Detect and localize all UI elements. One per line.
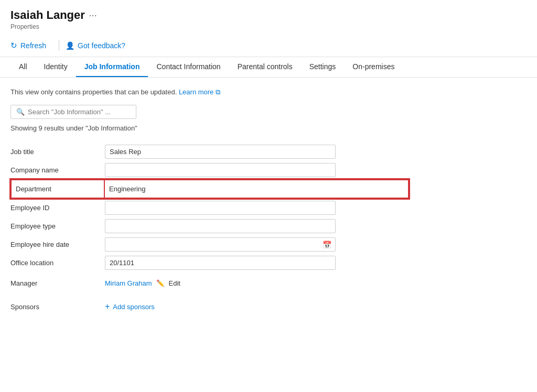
search-icon: 🔍 bbox=[16, 108, 25, 116]
sponsors-row: Sponsors + Add sponsors bbox=[10, 295, 409, 319]
page-subtitle: Properties bbox=[10, 23, 527, 30]
search-input[interactable] bbox=[28, 108, 131, 116]
tab-all[interactable]: All bbox=[10, 57, 36, 77]
manager-value: Miriam Graham ✏️ Edit bbox=[105, 274, 409, 292]
department-label: Department bbox=[10, 179, 105, 199]
form-grid: Job title Company name Department Employ… bbox=[10, 143, 409, 319]
refresh-icon: ↻ bbox=[10, 41, 17, 50]
tab-settings[interactable]: Settings bbox=[301, 57, 345, 77]
employee-hire-date-label: Employee hire date bbox=[10, 235, 105, 254]
refresh-label: Refresh bbox=[20, 41, 46, 50]
job-title-label: Job title bbox=[10, 143, 105, 161]
employee-type-input[interactable] bbox=[105, 219, 336, 233]
feedback-label: Got feedback? bbox=[78, 41, 125, 50]
sponsors-label: Sponsors bbox=[10, 295, 105, 319]
job-title-input[interactable] bbox=[105, 145, 336, 159]
plus-icon: + bbox=[105, 302, 110, 311]
manager-field: Miriam Graham ✏️ Edit bbox=[105, 272, 409, 295]
company-name-row: Company name bbox=[10, 161, 409, 179]
employee-type-field bbox=[105, 217, 409, 235]
page-header: Isaiah Langer ··· Properties bbox=[0, 0, 537, 35]
main-content: This view only contains properties that … bbox=[0, 78, 537, 329]
edit-pencil-icon[interactable]: ✏️ bbox=[156, 279, 165, 287]
employee-hire-date-row: Employee hire date 📅 bbox=[10, 235, 409, 254]
tab-parental-controls[interactable]: Parental controls bbox=[229, 57, 301, 77]
employee-id-input[interactable] bbox=[105, 201, 336, 215]
toolbar: ↻ Refresh 👤 Got feedback? bbox=[0, 35, 537, 57]
results-count: Showing 9 results under "Job Information… bbox=[10, 124, 527, 132]
info-text: This view only contains properties that … bbox=[10, 88, 177, 96]
learn-more-link[interactable]: Learn more ⧉ bbox=[179, 88, 220, 96]
edit-manager-link[interactable]: Edit bbox=[169, 279, 180, 287]
search-box[interactable]: 🔍 bbox=[10, 105, 136, 119]
external-link-icon: ⧉ bbox=[216, 88, 220, 96]
tab-identity[interactable]: Identity bbox=[36, 57, 76, 77]
office-location-label: Office location bbox=[10, 254, 105, 272]
manager-row: Manager Miriam Graham ✏️ Edit bbox=[10, 272, 409, 295]
department-field bbox=[105, 179, 409, 199]
employee-hire-date-input[interactable] bbox=[105, 237, 336, 252]
page-title: Isaiah Langer bbox=[10, 8, 85, 22]
add-sponsors-button[interactable]: + Add sponsors bbox=[105, 297, 409, 317]
tab-job-information[interactable]: Job Information bbox=[76, 57, 148, 77]
tab-contact-information[interactable]: Contact Information bbox=[148, 57, 229, 77]
more-options-icon[interactable]: ··· bbox=[89, 10, 97, 21]
manager-name[interactable]: Miriam Graham bbox=[105, 279, 152, 287]
employee-id-label: Employee ID bbox=[10, 199, 105, 217]
employee-type-row: Employee type bbox=[10, 217, 409, 235]
job-title-field bbox=[105, 143, 409, 161]
office-location-input[interactable] bbox=[105, 256, 336, 270]
department-row: Department bbox=[10, 179, 409, 199]
company-name-field bbox=[105, 161, 409, 179]
toolbar-divider bbox=[59, 40, 59, 51]
company-name-input[interactable] bbox=[105, 163, 336, 177]
employee-id-field bbox=[105, 199, 409, 217]
employee-type-label: Employee type bbox=[10, 217, 105, 235]
tab-on-premises[interactable]: On-premises bbox=[344, 57, 403, 77]
office-location-field bbox=[105, 254, 409, 272]
feedback-button[interactable]: 👤 Got feedback? bbox=[66, 39, 132, 52]
office-location-row: Office location bbox=[10, 254, 409, 272]
info-bar: This view only contains properties that … bbox=[10, 88, 527, 96]
refresh-button[interactable]: ↻ Refresh bbox=[10, 39, 52, 52]
job-title-row: Job title bbox=[10, 143, 409, 161]
employee-id-row: Employee ID bbox=[10, 199, 409, 217]
add-sponsors-label: Add sponsors bbox=[113, 303, 155, 311]
sponsors-field: + Add sponsors bbox=[105, 295, 409, 319]
department-input[interactable] bbox=[105, 182, 336, 195]
company-name-label: Company name bbox=[10, 161, 105, 179]
employee-hire-date-field: 📅 bbox=[105, 235, 409, 254]
date-field-wrapper: 📅 bbox=[105, 237, 336, 252]
tab-bar: All Identity Job Information Contact Inf… bbox=[0, 57, 537, 78]
manager-label: Manager bbox=[10, 272, 105, 295]
calendar-icon[interactable]: 📅 bbox=[323, 241, 331, 249]
feedback-icon: 👤 bbox=[66, 41, 74, 50]
